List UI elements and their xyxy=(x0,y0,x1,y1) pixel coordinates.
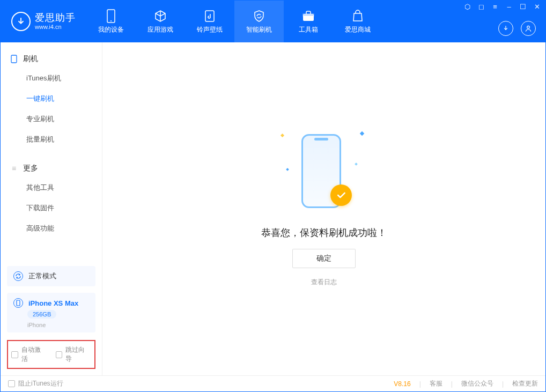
app-window: 爱思助手 www.i4.cn 我的设备 应用游戏 铃声壁纸 智能刷机 xyxy=(0,0,546,392)
mode-card[interactable]: 正常模式 xyxy=(7,266,95,286)
toolbox-icon xyxy=(301,9,315,23)
minimize-icon[interactable]: – xyxy=(505,3,513,11)
device-storage: 256GB xyxy=(27,310,56,319)
window-controls: ⬡ ◻ ≡ – ☐ ✕ xyxy=(463,3,541,11)
nav-store[interactable]: 爱思商城 xyxy=(333,1,382,42)
sidebar-item-batch-flash[interactable]: 批量刷机 xyxy=(1,129,102,150)
sparkle-icon xyxy=(360,131,364,136)
nav-label: 爱思商城 xyxy=(345,25,371,34)
logo-icon xyxy=(11,12,31,31)
footer-link-wechat[interactable]: 微信公众号 xyxy=(461,379,493,388)
app-url: www.i4.cn xyxy=(35,24,76,30)
maximize-icon[interactable]: ☐ xyxy=(519,3,527,11)
nav-apps[interactable]: 应用游戏 xyxy=(136,1,185,42)
nav-my-device[interactable]: 我的设备 xyxy=(86,1,136,42)
group-title: 更多 xyxy=(23,164,38,173)
sidebar-item-advanced[interactable]: 高级功能 xyxy=(1,218,102,239)
checkbox-skip-guide[interactable]: 跳过向导 xyxy=(56,345,92,364)
cube-icon xyxy=(153,9,167,23)
feedback-icon[interactable]: ◻ xyxy=(477,3,485,11)
close-icon[interactable]: ✕ xyxy=(533,3,541,11)
nav-toolbox[interactable]: 工具箱 xyxy=(284,1,333,42)
sidebar-group-more: ≡ 更多 xyxy=(1,160,102,177)
group-title: 刷机 xyxy=(23,54,38,64)
sidebar-item-other-tools[interactable]: 其他工具 xyxy=(1,177,102,198)
svg-rect-4 xyxy=(303,14,314,16)
checkbox-label: 自动激活 xyxy=(21,345,47,364)
checkbox-icon xyxy=(8,380,15,387)
svg-rect-7 xyxy=(17,300,20,306)
svg-point-1 xyxy=(110,20,112,21)
checkbox-label: 跳过向导 xyxy=(65,345,91,364)
confirm-button[interactable]: 确定 xyxy=(292,249,356,268)
logo[interactable]: 爱思助手 www.i4.cn xyxy=(1,1,86,42)
device-type: iPhone xyxy=(27,322,46,328)
sidebar-group-flash: 刷机 xyxy=(1,51,102,68)
mode-icon xyxy=(13,271,23,281)
footer-link-update[interactable]: 检查更新 xyxy=(512,379,538,388)
svg-point-5 xyxy=(527,26,530,28)
sparkle-icon xyxy=(286,168,289,171)
sidebar: 刷机 iTunes刷机 一键刷机 专业刷机 批量刷机 ≡ 更多 其他工具 下载固… xyxy=(1,42,102,375)
footer: 阻止iTunes运行 V8.16 | 客服 | 微信公众号 | 检查更新 xyxy=(1,375,545,391)
sidebar-item-download-firmware[interactable]: 下载固件 xyxy=(1,198,102,218)
device-small-icon xyxy=(13,298,23,308)
nav-tabs: 我的设备 应用游戏 铃声壁纸 智能刷机 工具箱 爱思商城 xyxy=(86,1,382,42)
version-label: V8.16 xyxy=(394,380,410,388)
bag-icon xyxy=(351,9,365,23)
menu-icon[interactable]: ≡ xyxy=(491,3,499,11)
sidebar-item-oneclick-flash[interactable]: 一键刷机 xyxy=(1,88,102,109)
view-log-link[interactable]: 查看日志 xyxy=(311,278,337,287)
skin-icon[interactable]: ⬡ xyxy=(463,3,471,11)
nav-ringtones[interactable]: 铃声壁纸 xyxy=(185,1,234,42)
sparkle-icon xyxy=(355,162,358,166)
phone-small-icon xyxy=(10,55,18,63)
success-message: 恭喜您，保资料刷机成功啦！ xyxy=(261,226,387,239)
nav-label: 应用游戏 xyxy=(147,25,173,34)
list-icon: ≡ xyxy=(10,165,18,172)
user-icon[interactable] xyxy=(521,21,536,36)
svg-rect-2 xyxy=(205,11,214,21)
sidebar-item-itunes-flash[interactable]: iTunes刷机 xyxy=(1,68,102,88)
checkbox-icon xyxy=(11,351,18,358)
download-icon[interactable] xyxy=(498,21,513,36)
nav-label: 智能刷机 xyxy=(246,25,272,34)
footer-link-service[interactable]: 客服 xyxy=(430,379,442,388)
mode-label: 正常模式 xyxy=(28,271,56,281)
checkbox-auto-activate[interactable]: 自动激活 xyxy=(11,345,47,364)
svg-rect-6 xyxy=(11,55,17,63)
success-illustration xyxy=(281,131,367,217)
app-name: 爱思助手 xyxy=(35,13,76,24)
header-actions xyxy=(498,21,536,36)
refresh-shield-icon xyxy=(252,9,266,23)
nav-label: 铃声壁纸 xyxy=(197,25,223,34)
sparkle-icon xyxy=(281,134,284,137)
nav-label: 我的设备 xyxy=(98,25,124,34)
main-content: 恭喜您，保资料刷机成功啦！ 确定 查看日志 xyxy=(102,42,545,375)
body: 刷机 iTunes刷机 一键刷机 专业刷机 批量刷机 ≡ 更多 其他工具 下载固… xyxy=(1,42,545,375)
checkmark-badge-icon xyxy=(330,184,352,206)
device-name: iPhone XS Max xyxy=(28,299,78,307)
device-icon xyxy=(104,9,118,23)
footer-right: V8.16 | 客服 | 微信公众号 | 检查更新 xyxy=(394,379,538,388)
checkbox-block-itunes[interactable]: 阻止iTunes运行 xyxy=(8,379,63,388)
music-file-icon xyxy=(203,9,217,23)
sidebar-item-pro-flash[interactable]: 专业刷机 xyxy=(1,109,102,129)
highlighted-options: 自动激活 跳过向导 xyxy=(7,340,95,369)
checkbox-icon xyxy=(56,351,63,358)
nav-label: 工具箱 xyxy=(299,25,318,34)
nav-flash[interactable]: 智能刷机 xyxy=(234,1,284,42)
header: 爱思助手 www.i4.cn 我的设备 应用游戏 铃声壁纸 智能刷机 xyxy=(1,1,545,42)
device-card[interactable]: iPhone XS Max 256GB iPhone xyxy=(7,293,95,332)
checkbox-label: 阻止iTunes运行 xyxy=(18,379,63,388)
